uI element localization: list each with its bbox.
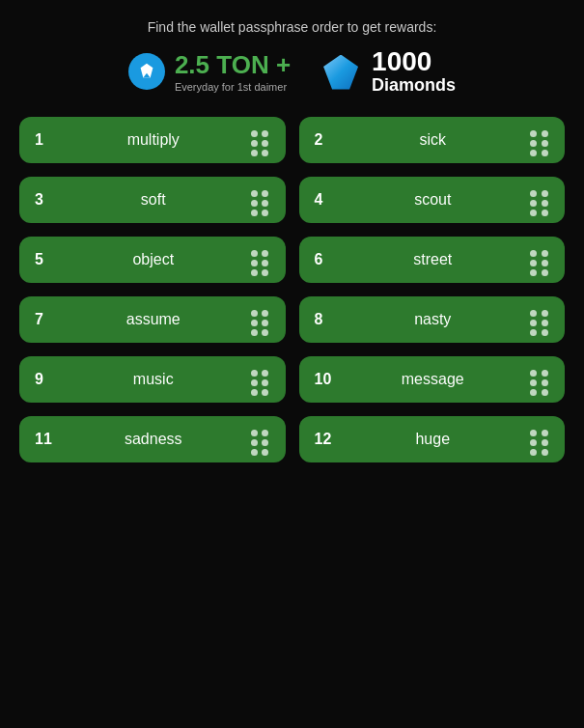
- word-label-9: music: [56, 371, 251, 388]
- word-label-2: sick: [336, 131, 531, 149]
- word-card-6[interactable]: 6street: [299, 237, 566, 283]
- word-card-7[interactable]: 7assume: [19, 296, 286, 343]
- ton-amount: 2.5 TON +: [175, 50, 291, 80]
- word-label-3: soft: [56, 191, 251, 209]
- word-card-12[interactable]: 12huge: [299, 416, 566, 462]
- word-number-3: 3: [35, 191, 56, 209]
- ton-subtitle: Everyday for 1st daimer: [175, 80, 291, 94]
- drag-icon-9: [251, 370, 270, 389]
- word-card-10[interactable]: 10message: [299, 356, 566, 403]
- drag-icon-1: [251, 130, 270, 150]
- word-number-9: 9: [35, 371, 56, 388]
- word-card-8[interactable]: 8nasty: [299, 296, 566, 343]
- ton-reward: 2.5 TON + Everyday for 1st daimer: [128, 50, 291, 94]
- drag-icon-5: [251, 250, 270, 269]
- diamond-icon: [320, 51, 362, 94]
- word-card-1[interactable]: 1multiply: [19, 117, 286, 163]
- ton-icon: [128, 53, 165, 90]
- diamond-text: 1000 Diamonds: [372, 48, 456, 96]
- word-label-10: message: [336, 371, 531, 388]
- word-number-1: 1: [35, 131, 56, 149]
- rewards-row: 2.5 TON + Everyday for 1st daimer 1000 D…: [19, 48, 565, 96]
- drag-icon-4: [530, 190, 549, 210]
- drag-icon-7: [251, 310, 270, 329]
- diamond-reward: 1000 Diamonds: [320, 48, 456, 96]
- drag-icon-11: [251, 430, 270, 449]
- drag-icon-10: [530, 370, 549, 389]
- diamond-shape: [323, 55, 358, 90]
- word-label-12: huge: [336, 431, 531, 448]
- word-number-8: 8: [315, 311, 336, 328]
- word-number-6: 6: [315, 251, 336, 268]
- word-label-1: multiply: [56, 131, 251, 149]
- diamond-amount: 1000: [372, 48, 456, 75]
- drag-icon-12: [530, 430, 549, 449]
- word-card-5[interactable]: 5object: [19, 237, 286, 283]
- word-number-5: 5: [35, 251, 56, 268]
- word-label-7: assume: [56, 311, 251, 328]
- word-card-4[interactable]: 4scout: [299, 177, 566, 223]
- word-label-4: scout: [336, 191, 531, 209]
- word-number-2: 2: [315, 131, 336, 149]
- word-number-12: 12: [315, 431, 336, 448]
- word-label-5: object: [56, 251, 251, 268]
- word-number-10: 10: [315, 371, 336, 388]
- drag-icon-6: [530, 250, 549, 269]
- ton-text: 2.5 TON + Everyday for 1st daimer: [175, 50, 291, 94]
- word-label-11: sadness: [56, 431, 251, 448]
- drag-icon-8: [530, 310, 549, 329]
- word-label-6: street: [336, 251, 531, 268]
- word-card-9[interactable]: 9music: [19, 356, 286, 403]
- word-label-8: nasty: [336, 311, 531, 328]
- word-number-11: 11: [35, 431, 56, 448]
- word-number-7: 7: [35, 311, 56, 328]
- word-card-11[interactable]: 11sadness: [19, 416, 286, 462]
- page-title: Find the wallet passphrase order to get …: [148, 19, 437, 35]
- drag-icon-3: [251, 190, 270, 210]
- word-number-4: 4: [315, 191, 336, 209]
- word-card-2[interactable]: 2sick: [299, 117, 566, 163]
- words-grid: 1multiply2sick3soft4scout5object6street7…: [19, 117, 565, 462]
- drag-icon-2: [530, 130, 549, 150]
- word-card-3[interactable]: 3soft: [19, 177, 286, 223]
- diamond-label: Diamonds: [372, 75, 456, 96]
